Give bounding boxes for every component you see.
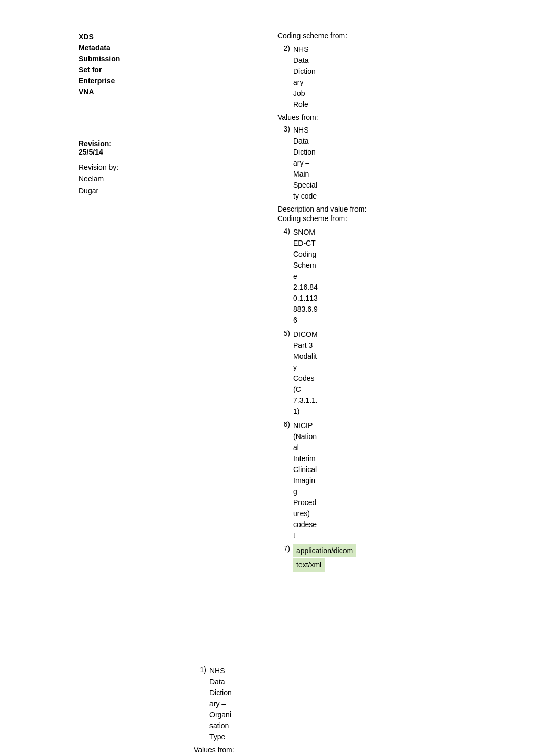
- left-column: XDS Metadata Submission Set for Enterpri…: [79, 31, 183, 196]
- highlighted-value-2: text/xml: [293, 558, 325, 572]
- coding-scheme-from-label-2: Coding scheme from:: [277, 214, 513, 223]
- coding-scheme-from-label: Coding scheme from:: [277, 31, 513, 40]
- item-number-bottom: 1): [194, 665, 209, 674]
- revision-label: Revision: 25/5/14: [79, 139, 183, 156]
- bottom-values-from: Values from:: [194, 746, 325, 754]
- bottom-section: 1) NHSDataDictionary –OrganisationType V…: [194, 665, 325, 754]
- item-number: 3): [277, 125, 293, 133]
- values-from-label-1: Values from:: [277, 113, 513, 122]
- revision-by: Revision by: Neelam Dugar: [79, 161, 183, 196]
- item-number: 7): [277, 544, 293, 553]
- item-number: 5): [277, 329, 293, 337]
- page-container: XDS Metadata Submission Set for Enterpri…: [0, 0, 534, 756]
- description-value-label: Description and value from:: [277, 205, 513, 213]
- highlighted-value-1: application/dicom: [293, 544, 356, 557]
- list-item-bottom: 1) NHSDataDictionary –OrganisationType: [194, 665, 325, 742]
- item-content: NHSDataDictionary –JobRole: [293, 44, 316, 110]
- list-item: 4) SNOMED-CTCodingScheme2.16.840.1.11388…: [277, 227, 513, 326]
- document-title: XDS Metadata Submission Set for Enterpri…: [79, 31, 183, 97]
- item-number: 6): [277, 420, 293, 429]
- item-content: SNOMED-CTCodingScheme2.16.840.1.113883.6…: [293, 227, 318, 326]
- item-content-bottom: NHSDataDictionary –OrganisationType: [209, 665, 232, 742]
- item-content-7: application/dicom text/xml: [293, 544, 356, 573]
- list-item: 7) application/dicom text/xml: [277, 544, 513, 573]
- title-block: XDS Metadata Submission Set for Enterpri…: [79, 31, 183, 97]
- item-number: 2): [277, 44, 293, 52]
- revision-block: Revision: 25/5/14 Revision by: Neelam Du…: [79, 139, 183, 196]
- list-item: 5) DICOMPart 3ModalityCodes(C7.3.1.1.1): [277, 329, 513, 417]
- list-item: 3) NHSDataDictionary –MainSpecialty code: [277, 125, 513, 202]
- list-item: 2) NHSDataDictionary –JobRole: [277, 44, 513, 110]
- item-content: DICOMPart 3ModalityCodes(C7.3.1.1.1): [293, 329, 318, 417]
- list-item: 6) NICIP(NationalInterimClinicalImagingP…: [277, 420, 513, 541]
- item-content: NHSDataDictionary –MainSpecialty code: [293, 125, 317, 202]
- item-number: 4): [277, 227, 293, 235]
- right-column: Coding scheme from: 2) NHSDataDictionary…: [277, 31, 513, 576]
- item-content: NICIP(NationalInterimClinicalImagingProc…: [293, 420, 317, 541]
